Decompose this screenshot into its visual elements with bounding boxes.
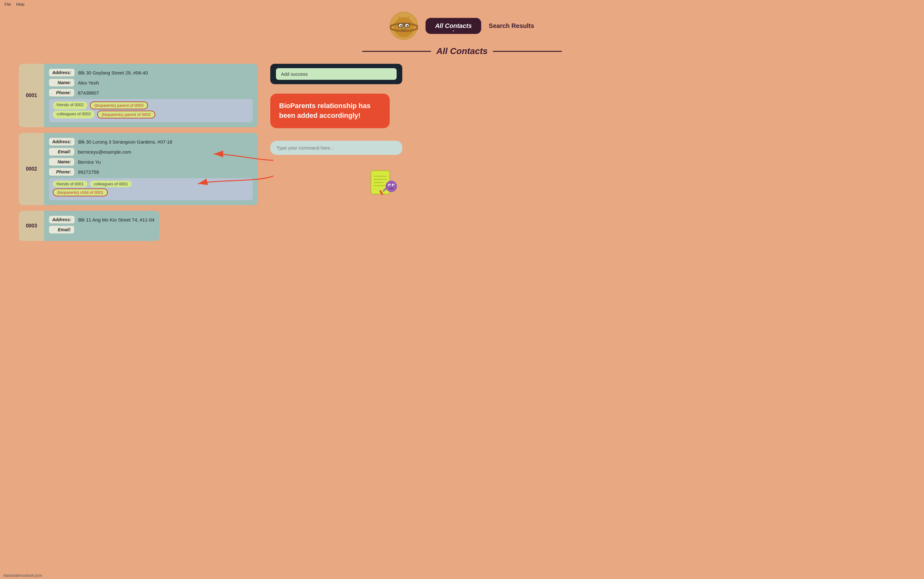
- name-value-0001: Alex Yeoh: [78, 80, 99, 85]
- contact-details-0003: Address: Blk 11 Ang Mo Kio Street 74, #1…: [44, 211, 159, 241]
- svg-point-17: [386, 181, 397, 192]
- command-input[interactable]: [270, 141, 402, 155]
- tags-section-0002: friends of 0001 colleagues of 0001 (biop…: [49, 178, 253, 200]
- svg-point-0: [394, 17, 414, 38]
- email-row-0003: Email:: [49, 226, 154, 234]
- tag-friends-0002: friends of 0002: [53, 101, 87, 109]
- contacts-list: 0001 Address: Blk 30 Geylang Street 29, …: [19, 64, 258, 247]
- contact-card-0001: 0001 Address: Blk 30 Geylang Street 29, …: [19, 64, 258, 127]
- all-contacts-nav[interactable]: All Contacts: [426, 18, 481, 34]
- contact-id-0002: 0002: [19, 133, 44, 205]
- phone-label-0001: Phone:: [49, 89, 74, 96]
- title-line-right: [493, 51, 562, 52]
- tag-bioparents-child-0001: (bioparents) child of 0001: [53, 188, 108, 196]
- tag-friends-0001: friends of 0001: [53, 181, 87, 187]
- page-title: All Contacts: [436, 46, 487, 56]
- contact-id-0001: 0001: [19, 64, 44, 127]
- contact-id-0003: 0003: [19, 211, 44, 241]
- right-panel: Add success BioParents relationship has …: [270, 64, 402, 199]
- page-title-row: All Contacts: [0, 46, 924, 56]
- notification-message: Add success: [276, 68, 396, 80]
- address-value-0002: Blk 30 Lorong 3 Serangoon Gardens, #07-1…: [78, 139, 172, 144]
- address-row-0002: Address: Blk 30 Lorong 3 Serangoon Garde…: [49, 138, 253, 146]
- contact-card-0003: 0003 Address: Blk 11 Ang Mo Kio Street 7…: [19, 211, 258, 241]
- email-value-0002: berniceyu@example.com: [78, 149, 131, 155]
- name-label-0002: Name:: [49, 158, 74, 165]
- email-label-0002: Email:: [49, 148, 74, 155]
- phone-value-0001: 87438807: [78, 90, 99, 95]
- tags-section-0001: friends of 0002 (bioparents) parent of 0…: [49, 99, 253, 122]
- writing-mascot: [365, 167, 402, 199]
- contact-card-0002: 0002 Address: Blk 30 Lorong 3 Serangoon …: [19, 133, 258, 205]
- app-logo: [390, 11, 418, 40]
- contact-details-0001: Address: Blk 30 Geylang Street 29, #06-4…: [44, 64, 258, 127]
- svg-point-21: [393, 185, 394, 186]
- title-line-left: [362, 51, 431, 52]
- address-row-0001: Address: Blk 30 Geylang Street 29, #06-4…: [49, 69, 253, 76]
- menu-bar: File Help: [0, 0, 924, 8]
- tags-row1-0002: friends of 0001 colleagues of 0001: [53, 181, 249, 187]
- search-results-nav[interactable]: Search Results: [489, 22, 534, 29]
- name-label-0001: Name:: [49, 79, 74, 87]
- svg-point-20: [389, 185, 390, 186]
- notification-box: Add success: [270, 64, 402, 84]
- tag-colleagues-0002: colleagues of 0002: [53, 111, 95, 118]
- email-label-0003: Email:: [49, 226, 74, 234]
- help-menu[interactable]: Help: [16, 2, 25, 7]
- address-label-0003: Address:: [49, 216, 74, 223]
- tags-row2-0002: (bioparents) child of 0001: [53, 188, 249, 196]
- tags-row1-0001: friends of 0002 (bioparents) parent of 0…: [53, 101, 249, 109]
- status-path: /data/addressbook.json: [3, 573, 42, 578]
- status-bar: /data/addressbook.json: [0, 572, 45, 579]
- svg-point-5: [407, 25, 408, 27]
- tag-colleagues-0001: colleagues of 0001: [90, 181, 132, 187]
- address-value-0001: Blk 30 Geylang Street 29, #06-40: [78, 70, 148, 75]
- svg-point-10: [405, 31, 407, 33]
- header: All Contacts Search Results: [0, 8, 924, 46]
- svg-point-9: [401, 30, 403, 32]
- address-label-0001: Address:: [49, 69, 74, 76]
- main-layout: 0001 Address: Blk 30 Geylang Street 29, …: [0, 64, 924, 247]
- name-value-0002: Bernice Yu: [78, 159, 101, 165]
- tags-row2-0001: colleagues of 0002 (bioparents) parent o…: [53, 111, 249, 118]
- phone-value-0002: 99272758: [78, 169, 99, 175]
- tooltip-bubble: BioParents relationship has been added a…: [270, 93, 390, 128]
- contact-details-0002: Address: Blk 30 Lorong 3 Serangoon Garde…: [44, 133, 258, 205]
- svg-point-11: [398, 29, 399, 31]
- file-menu[interactable]: File: [4, 2, 11, 7]
- phone-row-0002: Phone: 99272758: [49, 168, 253, 176]
- address-label-0002: Address:: [49, 138, 74, 146]
- phone-label-0002: Phone:: [49, 168, 74, 176]
- name-row-0002: Name: Bernice Yu: [49, 158, 253, 165]
- svg-point-4: [400, 25, 402, 27]
- email-row-0002: Email: berniceyu@example.com: [49, 148, 253, 155]
- address-value-0003: Blk 11 Ang Mo Kio Street 74, #11-04: [78, 217, 155, 222]
- address-row-0003: Address: Blk 11 Ang Mo Kio Street 74, #1…: [49, 216, 154, 223]
- phone-row-0001: Phone: 87438807: [49, 89, 253, 96]
- tag-bioparents-parent-0003: (bioparents) parent of 0003: [90, 101, 148, 109]
- name-row-0001: Name: Alex Yeoh: [49, 79, 253, 87]
- tag-bioparents-parent-0002: (bioparents) parent of 0002: [97, 111, 155, 118]
